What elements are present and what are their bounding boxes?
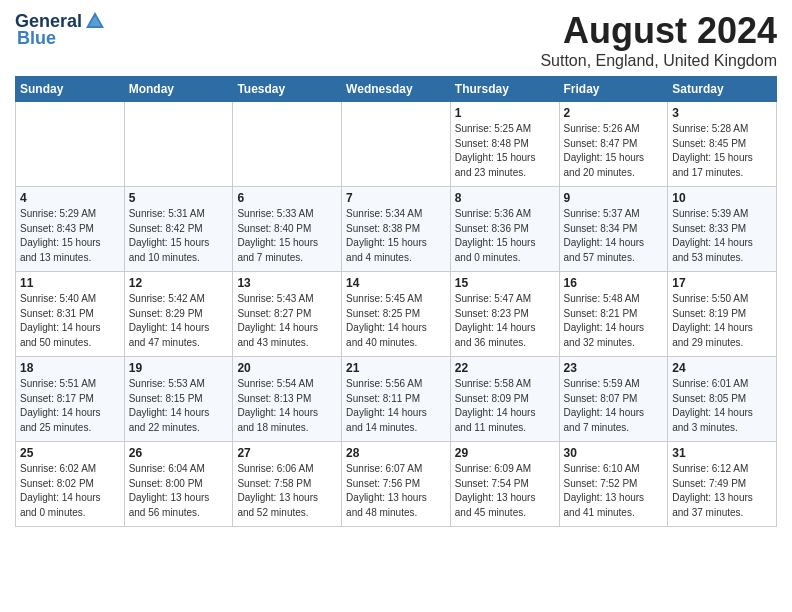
header-row: SundayMondayTuesdayWednesdayThursdayFrid… bbox=[16, 77, 777, 102]
day-number: 10 bbox=[672, 191, 772, 205]
day-cell: 19Sunrise: 5:53 AM Sunset: 8:15 PM Dayli… bbox=[124, 357, 233, 442]
day-number: 22 bbox=[455, 361, 555, 375]
day-number: 13 bbox=[237, 276, 337, 290]
day-cell bbox=[16, 102, 125, 187]
day-info: Sunrise: 5:58 AM Sunset: 8:09 PM Dayligh… bbox=[455, 377, 555, 435]
day-number: 18 bbox=[20, 361, 120, 375]
day-cell: 5Sunrise: 5:31 AM Sunset: 8:42 PM Daylig… bbox=[124, 187, 233, 272]
day-number: 1 bbox=[455, 106, 555, 120]
day-header-friday: Friday bbox=[559, 77, 668, 102]
title-block: August 2024 Sutton, England, United King… bbox=[540, 10, 777, 70]
day-cell bbox=[233, 102, 342, 187]
day-info: Sunrise: 5:51 AM Sunset: 8:17 PM Dayligh… bbox=[20, 377, 120, 435]
day-info: Sunrise: 5:31 AM Sunset: 8:42 PM Dayligh… bbox=[129, 207, 229, 265]
day-cell: 27Sunrise: 6:06 AM Sunset: 7:58 PM Dayli… bbox=[233, 442, 342, 527]
day-cell: 9Sunrise: 5:37 AM Sunset: 8:34 PM Daylig… bbox=[559, 187, 668, 272]
day-cell: 20Sunrise: 5:54 AM Sunset: 8:13 PM Dayli… bbox=[233, 357, 342, 442]
location: Sutton, England, United Kingdom bbox=[540, 52, 777, 70]
day-cell bbox=[342, 102, 451, 187]
day-info: Sunrise: 5:45 AM Sunset: 8:25 PM Dayligh… bbox=[346, 292, 446, 350]
day-info: Sunrise: 5:40 AM Sunset: 8:31 PM Dayligh… bbox=[20, 292, 120, 350]
day-header-tuesday: Tuesday bbox=[233, 77, 342, 102]
day-number: 14 bbox=[346, 276, 446, 290]
calendar-table: SundayMondayTuesdayWednesdayThursdayFrid… bbox=[15, 76, 777, 527]
day-info: Sunrise: 5:56 AM Sunset: 8:11 PM Dayligh… bbox=[346, 377, 446, 435]
day-cell: 17Sunrise: 5:50 AM Sunset: 8:19 PM Dayli… bbox=[668, 272, 777, 357]
day-header-saturday: Saturday bbox=[668, 77, 777, 102]
day-cell: 6Sunrise: 5:33 AM Sunset: 8:40 PM Daylig… bbox=[233, 187, 342, 272]
day-number: 19 bbox=[129, 361, 229, 375]
day-number: 29 bbox=[455, 446, 555, 460]
day-info: Sunrise: 6:10 AM Sunset: 7:52 PM Dayligh… bbox=[564, 462, 664, 520]
day-cell: 12Sunrise: 5:42 AM Sunset: 8:29 PM Dayli… bbox=[124, 272, 233, 357]
day-cell: 2Sunrise: 5:26 AM Sunset: 8:47 PM Daylig… bbox=[559, 102, 668, 187]
day-info: Sunrise: 5:39 AM Sunset: 8:33 PM Dayligh… bbox=[672, 207, 772, 265]
logo: General Blue bbox=[15, 10, 106, 49]
day-info: Sunrise: 5:47 AM Sunset: 8:23 PM Dayligh… bbox=[455, 292, 555, 350]
logo-blue-text: Blue bbox=[17, 28, 56, 49]
day-info: Sunrise: 5:50 AM Sunset: 8:19 PM Dayligh… bbox=[672, 292, 772, 350]
day-cell: 16Sunrise: 5:48 AM Sunset: 8:21 PM Dayli… bbox=[559, 272, 668, 357]
week-row: 18Sunrise: 5:51 AM Sunset: 8:17 PM Dayli… bbox=[16, 357, 777, 442]
day-cell: 28Sunrise: 6:07 AM Sunset: 7:56 PM Dayli… bbox=[342, 442, 451, 527]
day-number: 31 bbox=[672, 446, 772, 460]
day-info: Sunrise: 5:34 AM Sunset: 8:38 PM Dayligh… bbox=[346, 207, 446, 265]
day-cell: 10Sunrise: 5:39 AM Sunset: 8:33 PM Dayli… bbox=[668, 187, 777, 272]
day-cell: 18Sunrise: 5:51 AM Sunset: 8:17 PM Dayli… bbox=[16, 357, 125, 442]
day-cell bbox=[124, 102, 233, 187]
day-number: 24 bbox=[672, 361, 772, 375]
day-number: 21 bbox=[346, 361, 446, 375]
day-info: Sunrise: 6:12 AM Sunset: 7:49 PM Dayligh… bbox=[672, 462, 772, 520]
day-info: Sunrise: 5:26 AM Sunset: 8:47 PM Dayligh… bbox=[564, 122, 664, 180]
day-number: 28 bbox=[346, 446, 446, 460]
day-number: 20 bbox=[237, 361, 337, 375]
day-info: Sunrise: 5:48 AM Sunset: 8:21 PM Dayligh… bbox=[564, 292, 664, 350]
day-cell: 1Sunrise: 5:25 AM Sunset: 8:48 PM Daylig… bbox=[450, 102, 559, 187]
day-number: 3 bbox=[672, 106, 772, 120]
week-row: 25Sunrise: 6:02 AM Sunset: 8:02 PM Dayli… bbox=[16, 442, 777, 527]
week-row: 4Sunrise: 5:29 AM Sunset: 8:43 PM Daylig… bbox=[16, 187, 777, 272]
day-number: 12 bbox=[129, 276, 229, 290]
day-header-wednesday: Wednesday bbox=[342, 77, 451, 102]
day-info: Sunrise: 5:59 AM Sunset: 8:07 PM Dayligh… bbox=[564, 377, 664, 435]
day-header-thursday: Thursday bbox=[450, 77, 559, 102]
page-header: General Blue August 2024 Sutton, England… bbox=[15, 10, 777, 70]
day-number: 27 bbox=[237, 446, 337, 460]
day-number: 17 bbox=[672, 276, 772, 290]
day-info: Sunrise: 6:07 AM Sunset: 7:56 PM Dayligh… bbox=[346, 462, 446, 520]
day-info: Sunrise: 5:37 AM Sunset: 8:34 PM Dayligh… bbox=[564, 207, 664, 265]
logo-icon bbox=[84, 10, 106, 32]
day-cell: 24Sunrise: 6:01 AM Sunset: 8:05 PM Dayli… bbox=[668, 357, 777, 442]
day-info: Sunrise: 5:33 AM Sunset: 8:40 PM Dayligh… bbox=[237, 207, 337, 265]
day-info: Sunrise: 5:25 AM Sunset: 8:48 PM Dayligh… bbox=[455, 122, 555, 180]
day-info: Sunrise: 6:02 AM Sunset: 8:02 PM Dayligh… bbox=[20, 462, 120, 520]
day-header-sunday: Sunday bbox=[16, 77, 125, 102]
day-number: 26 bbox=[129, 446, 229, 460]
day-header-monday: Monday bbox=[124, 77, 233, 102]
day-cell: 31Sunrise: 6:12 AM Sunset: 7:49 PM Dayli… bbox=[668, 442, 777, 527]
day-cell: 23Sunrise: 5:59 AM Sunset: 8:07 PM Dayli… bbox=[559, 357, 668, 442]
week-row: 1Sunrise: 5:25 AM Sunset: 8:48 PM Daylig… bbox=[16, 102, 777, 187]
day-cell: 7Sunrise: 5:34 AM Sunset: 8:38 PM Daylig… bbox=[342, 187, 451, 272]
day-number: 25 bbox=[20, 446, 120, 460]
day-cell: 13Sunrise: 5:43 AM Sunset: 8:27 PM Dayli… bbox=[233, 272, 342, 357]
day-cell: 11Sunrise: 5:40 AM Sunset: 8:31 PM Dayli… bbox=[16, 272, 125, 357]
day-info: Sunrise: 5:43 AM Sunset: 8:27 PM Dayligh… bbox=[237, 292, 337, 350]
day-cell: 14Sunrise: 5:45 AM Sunset: 8:25 PM Dayli… bbox=[342, 272, 451, 357]
day-info: Sunrise: 5:53 AM Sunset: 8:15 PM Dayligh… bbox=[129, 377, 229, 435]
day-number: 4 bbox=[20, 191, 120, 205]
day-cell: 29Sunrise: 6:09 AM Sunset: 7:54 PM Dayli… bbox=[450, 442, 559, 527]
day-cell: 3Sunrise: 5:28 AM Sunset: 8:45 PM Daylig… bbox=[668, 102, 777, 187]
day-info: Sunrise: 6:01 AM Sunset: 8:05 PM Dayligh… bbox=[672, 377, 772, 435]
day-cell: 15Sunrise: 5:47 AM Sunset: 8:23 PM Dayli… bbox=[450, 272, 559, 357]
day-info: Sunrise: 5:29 AM Sunset: 8:43 PM Dayligh… bbox=[20, 207, 120, 265]
day-cell: 8Sunrise: 5:36 AM Sunset: 8:36 PM Daylig… bbox=[450, 187, 559, 272]
day-number: 7 bbox=[346, 191, 446, 205]
day-cell: 30Sunrise: 6:10 AM Sunset: 7:52 PM Dayli… bbox=[559, 442, 668, 527]
day-number: 11 bbox=[20, 276, 120, 290]
day-cell: 26Sunrise: 6:04 AM Sunset: 8:00 PM Dayli… bbox=[124, 442, 233, 527]
day-info: Sunrise: 5:42 AM Sunset: 8:29 PM Dayligh… bbox=[129, 292, 229, 350]
day-cell: 21Sunrise: 5:56 AM Sunset: 8:11 PM Dayli… bbox=[342, 357, 451, 442]
day-info: Sunrise: 5:36 AM Sunset: 8:36 PM Dayligh… bbox=[455, 207, 555, 265]
day-info: Sunrise: 6:04 AM Sunset: 8:00 PM Dayligh… bbox=[129, 462, 229, 520]
